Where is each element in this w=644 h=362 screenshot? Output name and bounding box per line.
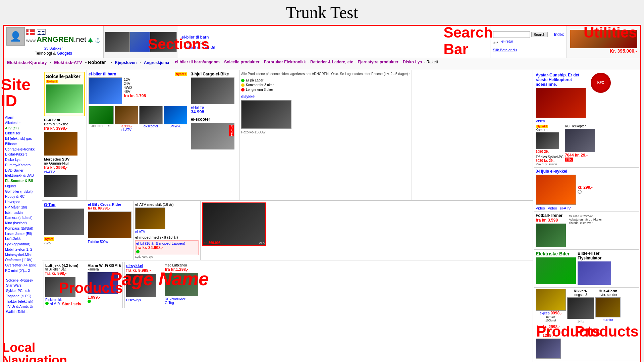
g-tog-footer-link[interactable]: G-Tog: [165, 301, 174, 305]
el-atv-link-small[interactable]: el-ATV: [115, 128, 138, 132]
cross-rider-link[interactable]: el-Bil ; Cross-Rider: [88, 202, 121, 206]
mid-products-row: G-Tog Nyhet 4WD el-Bil ; Cross-Rider fra…: [42, 200, 533, 260]
nav-motorsykkel[interactable]: Motorsykkel-Mini: [5, 252, 41, 258]
vehicle-price: kr. 369.998,-: [204, 241, 223, 245]
search-input[interactable]: [493, 31, 530, 38]
nav-mobil[interactable]: Mobil-telefon-1, 2: [5, 247, 41, 252]
gadgets-link[interactable]: Gadgets: [57, 51, 72, 56]
video-link-1[interactable]: Video: [536, 206, 545, 210]
el-retur-footer-link[interactable]: el-retur: [603, 318, 613, 322]
tilbu-badge: Tilbu: [565, 158, 573, 162]
el-bil-16-link[interactable]: el-bil (16 år & moped-Lappen): [136, 241, 185, 245]
angreskjema-link[interactable]: Angreskjema: [144, 60, 169, 65]
nav-kompass[interactable]: Kompass (Bil/Båt): [5, 226, 41, 231]
el-atv-skilt-link[interactable]: el-ATV: [135, 230, 199, 234]
in-stock-row: Er på Lager: [241, 78, 410, 82]
luft-jekk-atv-link[interactable]: el-ATV: [50, 302, 60, 306]
nav-conrad[interactable]: Conrad-elektronikk: [5, 147, 41, 152]
frithiof-link[interactable]: < Frithiof i sin Fly-Bil: [181, 45, 487, 49]
el-jeep-link[interactable]: el-jeep: [540, 311, 550, 315]
header-date: ( Fra 07.11.2004): [181, 41, 487, 44]
nav-walkie[interactable]: Walkie-Talki...: [6, 309, 40, 315]
scooter-link[interactable]: el-scooter: [139, 124, 163, 128]
nav-laser-jamer[interactable]: Laser-Jamer (Bil): [5, 231, 41, 237]
atv-image-small: [115, 106, 138, 124]
el-bil-fra-link[interactable]: el-bil fra: [191, 105, 204, 109]
elektriske-link[interactable]: Elektriske-Kjøretøy: [7, 60, 47, 65]
scooter-block: el-scooter: [139, 106, 163, 132]
nav-traktor[interactable]: Traktor (elektrisk): [6, 299, 40, 304]
mercedes-elatv-link[interactable]: el-ATV: [44, 170, 55, 174]
video-link-2[interactable]: Video: [548, 206, 557, 210]
page-title: Trunk Test: [0, 0, 644, 25]
nav-hobby-rc[interactable]: Hobby & RC: [5, 194, 41, 199]
nav-elektronikk[interactable]: Elektronikk & DAB: [5, 173, 41, 178]
nav-atv[interactable]: ATV (el.): [5, 126, 41, 131]
el-biler-header-row: el-biler til barn Nyhet !: [89, 72, 187, 76]
nav-bil-elektrisk[interactable]: Bil (elektrisk) gas: [5, 136, 41, 141]
nav-kino[interactable]: Kino (bærbar): [5, 221, 41, 226]
el-atv-vid-link[interactable]: el-ATV: [560, 206, 571, 210]
nav-golf-biler[interactable]: Golf-biler (m/skilt): [5, 189, 41, 194]
avatar-video-link[interactable]: Video: [536, 119, 545, 123]
nav-omformer[interactable]: Omformer (110V): [5, 257, 41, 263]
nav-kamera-tradlos[interactable]: Kamera (trådløst): [5, 215, 41, 221]
nav-luft-jekk[interactable]: Luft-Jekk: [5, 236, 41, 242]
slik-betaler-link[interactable]: Slik Betaler du: [493, 48, 517, 52]
nav-tv-ur[interactable]: TV-Ur & Armb. Ur: [6, 304, 40, 309]
avatar-gunship-link[interactable]: Avatar-Gunship. Er det råeste Helikopter…: [536, 73, 579, 87]
el-biler-barn-link[interactable]: - el-biler til barn/ungdom: [172, 60, 220, 68]
flag-norway: [26, 29, 35, 35]
fjernstytre-link[interactable]: - Fjernstytre produkter: [355, 60, 398, 68]
nav-figurer[interactable]: Figurer: [5, 184, 41, 189]
disko-lys-lower-link[interactable]: Disko-Lys: [126, 298, 141, 302]
in-stock-dot: [241, 79, 245, 82]
nav-rc-mini[interactable]: RC mini (0")... 2: [5, 268, 41, 274]
nav-hp-maler[interactable]: HP Måler (Bil): [5, 205, 41, 210]
el-bil-16-price: fra kr. 34.998,-: [136, 245, 198, 250]
fatbike-link[interactable]: Fatbike-500w: [88, 240, 108, 244]
nav-bilbane[interactable]: Bilbane: [5, 141, 41, 147]
nav-star-wars[interactable]: Star Wars: [6, 283, 40, 288]
nav-alarm[interactable]: Alarm: [5, 115, 41, 120]
arngren-name: ARNGREN: [37, 35, 74, 44]
nav-digital-kikkert[interactable]: Digital-Kikkert: [5, 152, 41, 157]
avatar-gunship-block: Avatar-Gunship. Er det råeste Helikopter…: [536, 73, 589, 123]
nav-lykt[interactable]: Lykt (oppladbar): [5, 242, 41, 247]
sections-label: Sections: [148, 36, 209, 53]
nav-dvd-spiller[interactable]: DVD-Spiller: [5, 168, 41, 173]
el-biler-barn-title-link[interactable]: el-biler til barn: [89, 72, 116, 76]
nav-togbane[interactable]: Togbane (til PC): [6, 294, 40, 299]
atv-price-link[interactable]: 3.998,-: [121, 124, 131, 128]
bmw-link[interactable]: BMW-i8: [164, 124, 187, 128]
butikker-link[interactable]: 23 Butikker: [44, 46, 63, 50]
kamera-nyhet: Nyhet !: [536, 125, 548, 128]
el-retur-link[interactable]: el-retur: [501, 39, 513, 47]
index-link[interactable]: Index: [554, 32, 564, 37]
kikkert-title: Kikkert-: [567, 289, 594, 293]
elsykkel-link[interactable]: elsykkel: [241, 94, 256, 99]
nav-bildefliser[interactable]: Bildefliser: [5, 131, 41, 136]
forbruker-link[interactable]: - Forbruker Elektronikk: [262, 60, 306, 68]
nav-dummy-kamera[interactable]: Dummy-Kamera: [5, 163, 41, 168]
nav-isbitmaskin[interactable]: Isbitmaskin: [5, 210, 41, 216]
three-wheel-link[interactable]: 3-Hjuls el-sykkel: [536, 169, 567, 174]
batterier-link[interactable]: - Batterier & Ladere, etc: [308, 60, 353, 68]
nav-sykkel-pc[interactable]: Sykkel-PC s.h: [6, 288, 40, 294]
disko-lys-link[interactable]: - Disko-Lys: [400, 60, 422, 68]
kjopsloven-link[interactable]: Kjøpsloven: [115, 60, 137, 65]
rc-produkter-link[interactable]: RC-Produkter: [165, 297, 185, 301]
solcelle-link[interactable]: - Solcelle-produkter: [222, 60, 260, 68]
nav-el-scooter[interactable]: EL-Scooter & Bil: [5, 178, 41, 184]
right-upper-section: Avatar-Gunship. Er det råeste Helikopter…: [534, 71, 639, 168]
search-button[interactable]: Search: [531, 32, 548, 37]
nav-hoverpod[interactable]: Hoverpod: [5, 199, 41, 205]
nav-solcelle-ryggsek[interactable]: Solcelle-Ryggsek: [6, 278, 40, 283]
nav-oversetter[interactable]: Oversetter (44 sprk): [5, 263, 41, 268]
nav-disko-lys[interactable]: Disko-Lys: [5, 157, 41, 163]
elektrisk-atv-link[interactable]: Elektrisk-ATV: [54, 60, 82, 65]
el-sykkel-lower-link[interactable]: el-sykkel: [126, 263, 143, 268]
el-bil-16-box: el-bil (16 år & moped-Lappen) fra kr. 34…: [135, 240, 199, 255]
nav-alkotester[interactable]: Alkotester: [5, 120, 41, 126]
lower-img: [536, 339, 561, 359]
